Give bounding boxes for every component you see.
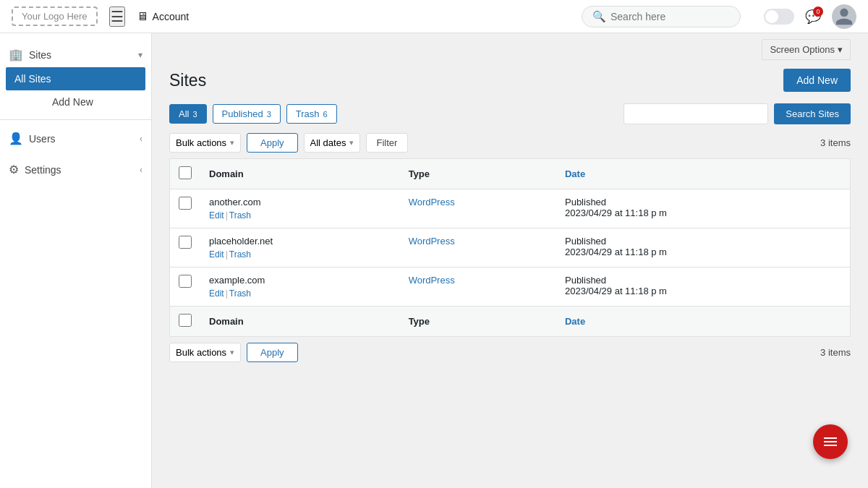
filter-tab-published-label: Published (222, 108, 263, 119)
filter-tab-trash-label: Trash (296, 108, 320, 119)
add-new-button[interactable]: Add New (783, 69, 851, 92)
search-icon: 🔍 (592, 10, 606, 23)
sidebar-item-all-sites[interactable]: All Sites (6, 67, 145, 90)
chevron-left-icon: ‹ (140, 134, 142, 144)
notifications-button[interactable]: 💬 0 (801, 5, 825, 28)
chevron-left-icon-settings: ‹ (140, 165, 142, 175)
filter-tab-trash-count: 6 (323, 110, 328, 119)
page-title: Sites (169, 71, 206, 90)
toggle-knob (765, 10, 778, 23)
date-value: 2023/04/29 at 11:18 p m (565, 207, 841, 218)
trash-link[interactable]: Trash (229, 249, 251, 260)
separator: | (226, 288, 228, 299)
row-date-cell: Published 2023/04/29 at 11:18 p m (556, 189, 851, 228)
content-inner: Screen Options ▾ Sites Add New All 3 (152, 33, 868, 380)
table-body: another.com Edit|Trash WordPress Publish… (170, 189, 851, 307)
search-sites-input[interactable] (624, 103, 768, 124)
filter-tab-all-label: All (179, 108, 189, 119)
bulk-actions-select-top[interactable]: Bulk actions (176, 137, 227, 148)
row-checkbox-cell (170, 189, 201, 228)
row-checkbox[interactable] (179, 275, 192, 288)
col-date-footer[interactable]: Date (556, 307, 851, 337)
date-value: 2023/04/29 at 11:18 p m (565, 247, 841, 257)
dates-select[interactable]: All dates (310, 137, 346, 148)
edit-link[interactable]: Edit (209, 288, 224, 299)
theme-toggle[interactable] (764, 9, 794, 25)
sidebar-settings-label: Settings (25, 164, 134, 176)
date-status: Published (565, 236, 841, 247)
apply-button-top[interactable]: Apply (247, 133, 298, 153)
type-link[interactable]: WordPress (409, 236, 455, 247)
dates-wrapper[interactable]: All dates ▾ (304, 133, 360, 153)
site-domain: another.com (209, 197, 391, 207)
trash-link[interactable]: Trash (229, 288, 251, 299)
chevron-down-icon-dates: ▾ (349, 138, 354, 147)
account-label: Account (153, 11, 190, 22)
sidebar-item-settings[interactable]: ⚙ Settings ‹ (0, 157, 151, 182)
chevron-down-icon-bulk: ▾ (230, 138, 234, 147)
sidebar-item-users[interactable]: 👤 Users ‹ (0, 126, 151, 151)
sidebar-item-add-new[interactable]: Add New (26, 93, 151, 111)
items-count-top: 3 items (820, 137, 851, 148)
chevron-down-icon-bulk-bottom: ▾ (230, 348, 234, 357)
separator: | (226, 249, 228, 260)
menu-icon (822, 433, 839, 450)
table-row: example.com Edit|Trash WordPress Publish… (170, 267, 851, 307)
row-checkbox-cell (170, 228, 201, 267)
search-input[interactable] (610, 11, 730, 22)
avatar[interactable] (832, 4, 856, 29)
trash-link[interactable]: Trash (229, 210, 251, 221)
select-all-checkbox[interactable] (179, 166, 192, 179)
bulk-actions-wrapper-top[interactable]: Bulk actions ▾ (169, 133, 241, 153)
account-link[interactable]: 🖥 Account (137, 10, 190, 23)
col-type-footer: Type (400, 307, 556, 337)
search-sites-button[interactable]: Search Sites (774, 103, 851, 124)
date-status: Published (565, 275, 841, 286)
top-icons: 💬 0 (764, 4, 856, 29)
col-date-header[interactable]: Date (556, 159, 851, 189)
col-domain-footer: Domain (200, 307, 400, 337)
row-checkbox-cell (170, 267, 201, 307)
account-icon: 🖥 (137, 10, 148, 23)
edit-link[interactable]: Edit (209, 249, 224, 260)
filter-tab-trash[interactable]: Trash 6 (286, 104, 337, 124)
row-type-cell: WordPress (400, 189, 556, 228)
search-sites-row: Search Sites (624, 103, 851, 124)
edit-link[interactable]: Edit (209, 210, 224, 221)
site-domain: example.com (209, 275, 391, 286)
separator: | (226, 210, 228, 221)
select-all-checkbox-bottom[interactable] (179, 314, 192, 327)
col-type-header: Type (400, 159, 556, 189)
filter-button[interactable]: Filter (366, 133, 409, 153)
fab-button[interactable] (813, 424, 848, 459)
type-link[interactable]: WordPress (409, 275, 455, 286)
sidebar-users-label: Users (29, 133, 134, 145)
user-avatar-icon (834, 7, 854, 27)
site-domain: placeholder.net (209, 236, 391, 247)
col-checkbox-footer (170, 307, 201, 337)
user-icon: 👤 (9, 132, 23, 145)
row-checkbox[interactable] (179, 236, 192, 249)
chevron-down-icon: ▾ (138, 50, 142, 60)
sidebar-sites-section: 🏢 Sites ▾ All Sites Add New (0, 39, 151, 116)
filter-tab-published[interactable]: Published 3 (213, 104, 281, 124)
hamburger-button[interactable]: ☰ (109, 7, 125, 27)
date-info: Published 2023/04/29 at 11:18 p m (565, 275, 841, 296)
sidebar-item-sites[interactable]: 🏢 Sites ▾ (0, 42, 151, 67)
site-actions: Edit|Trash (209, 288, 391, 299)
filter-tab-all[interactable]: All 3 (169, 104, 207, 124)
screen-options-button[interactable]: Screen Options ▾ (762, 39, 851, 60)
type-link[interactable]: WordPress (409, 197, 455, 207)
date-info: Published 2023/04/29 at 11:18 p m (565, 236, 841, 257)
site-actions: Edit|Trash (209, 249, 391, 260)
bulk-actions-wrapper-bottom[interactable]: Bulk actions ▾ (169, 343, 241, 362)
apply-button-bottom[interactable]: Apply (247, 343, 298, 362)
sidebar-users-section: 👤 Users ‹ (0, 123, 151, 154)
site-actions: Edit|Trash (209, 210, 391, 221)
row-checkbox[interactable] (179, 197, 192, 210)
bulk-actions-select-bottom[interactable]: Bulk actions (176, 347, 227, 358)
bottom-actions-row: Bulk actions ▾ Apply 3 items (169, 343, 851, 362)
items-count-bottom: 3 items (820, 347, 851, 358)
row-type-cell: WordPress (400, 228, 556, 267)
search-bar: 🔍 (582, 6, 741, 27)
